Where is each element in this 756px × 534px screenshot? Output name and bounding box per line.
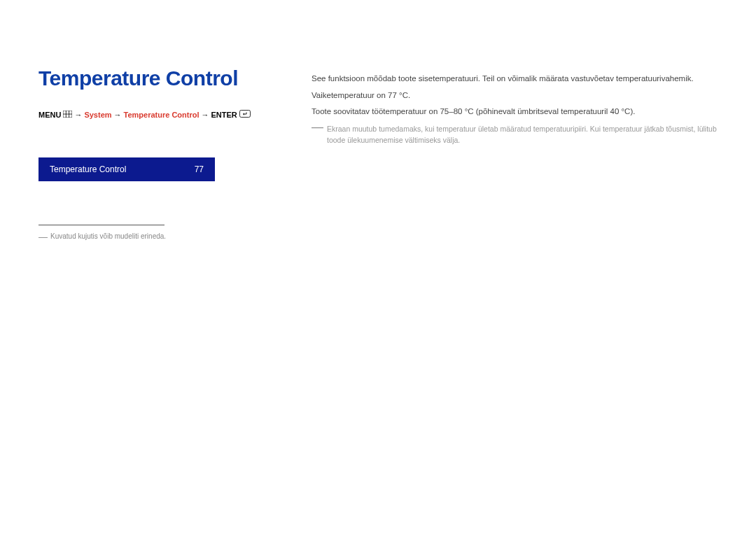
body-paragraph-3: Toote soovitatav töötemperatuur on 75–80… xyxy=(312,105,718,119)
body-paragraph-2: Vaiketemperatuur on 77 °C. xyxy=(312,89,718,103)
setting-row: Temperature Control 77 xyxy=(38,157,215,181)
footnote-text: Kuvatud kujutis võib mudeliti erineda. xyxy=(50,232,166,240)
note-text: Ekraan muutub tumedamaks, kui temperatuu… xyxy=(327,123,718,147)
menu-grid-icon xyxy=(63,111,72,119)
arrow-icon: → xyxy=(74,111,82,119)
body-paragraph-1: See funktsioon mõõdab toote sisetemperat… xyxy=(312,72,718,86)
page-heading: Temperature Control xyxy=(38,66,273,90)
svg-rect-4 xyxy=(239,111,250,118)
arrow-icon: → xyxy=(202,111,209,119)
footnote: ― Kuvatud kujutis võib mudeliti erineda. xyxy=(38,232,273,241)
setting-value: 77 xyxy=(195,164,204,174)
note-block: ― Ekraan muutub tumedamaks, kui temperat… xyxy=(312,123,718,147)
breadcrumb-system: System xyxy=(84,111,111,119)
arrow-icon: → xyxy=(114,111,122,119)
setting-label: Temperature Control xyxy=(50,164,126,174)
divider xyxy=(38,225,164,225)
breadcrumb-temperature: Temperature Control xyxy=(124,111,200,119)
breadcrumb-menu: MENU xyxy=(38,111,61,119)
breadcrumb-enter: ENTER xyxy=(211,111,237,119)
note-dash: ― xyxy=(312,123,323,132)
enter-icon xyxy=(239,110,251,119)
breadcrumb: MENU → System → Temperature Control → EN… xyxy=(38,110,273,119)
footnote-dash: ― xyxy=(38,232,48,241)
